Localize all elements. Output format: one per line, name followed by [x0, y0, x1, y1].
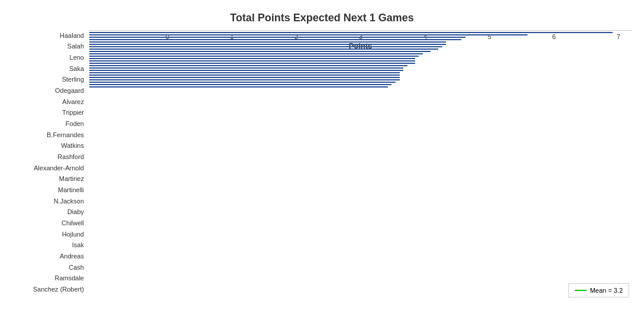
- y-label: Leno: [12, 54, 84, 61]
- y-label: Haaland: [12, 33, 84, 39]
- y-label: Salah: [12, 43, 84, 50]
- legend: Mean = 3.2: [568, 283, 629, 297]
- y-label: Saka: [12, 66, 84, 72]
- y-label: Diaby: [12, 209, 84, 215]
- bar: [89, 65, 407, 66]
- bars-container: [89, 30, 632, 33]
- bar-row: [89, 86, 632, 88]
- y-label: Cash: [12, 264, 84, 271]
- y-label: Chilwell: [12, 220, 84, 227]
- y-label: Isak: [12, 242, 84, 248]
- y-label: Sterling: [12, 76, 84, 83]
- bar: [89, 37, 465, 38]
- y-label: Hojlund: [12, 231, 84, 238]
- bar: [89, 46, 442, 47]
- y-label: Martinelli: [12, 187, 84, 193]
- y-label: Martinez: [12, 176, 84, 182]
- y-label: B.Fernandes: [12, 132, 84, 138]
- y-label: Watkins: [12, 143, 84, 149]
- bar: [89, 41, 446, 43]
- bar: [89, 39, 461, 40]
- bar: [89, 56, 419, 57]
- bar: [89, 70, 403, 71]
- bar: [89, 34, 528, 35]
- y-label: Trippier: [12, 109, 84, 116]
- bar: [89, 86, 388, 88]
- bar: [89, 75, 400, 76]
- y-label: Rashford: [12, 154, 84, 160]
- bar: [89, 48, 438, 50]
- chart-container: Total Points Expected Next 1 Games Haala…: [0, 0, 644, 330]
- y-label: Foden: [12, 121, 84, 127]
- bar: [89, 44, 446, 45]
- bar: [89, 77, 400, 78]
- bar: [89, 79, 400, 80]
- y-label: Andreas: [12, 253, 84, 260]
- y-label: Ramsdale: [12, 275, 84, 282]
- bar: [89, 60, 415, 62]
- bar: [89, 63, 415, 64]
- y-label: Sanchez (Robert): [12, 286, 84, 293]
- y-label: N.Jackson: [12, 198, 84, 205]
- legend-label: Mean = 3.2: [590, 287, 623, 294]
- y-labels: HaalandSalahLenoSakaSterlingOdegaardAlva…: [12, 30, 89, 295]
- bar: [89, 67, 403, 69]
- plot-area: [89, 30, 632, 31]
- y-label: Alvarez: [12, 99, 84, 105]
- bar: [89, 32, 613, 33]
- bar: [89, 53, 423, 54]
- y-label: Odegaard: [12, 88, 84, 94]
- chart-area: HaalandSalahLenoSakaSterlingOdegaardAlva…: [12, 30, 632, 295]
- y-label: Alexander-Arnold: [12, 165, 84, 172]
- bar: [89, 72, 400, 73]
- bar: [89, 84, 391, 85]
- bar: [89, 58, 415, 59]
- chart-title: Total Points Expected Next 1 Games: [12, 12, 632, 24]
- legend-mean-line: [575, 290, 587, 291]
- bar: [89, 82, 396, 83]
- bar: [89, 51, 431, 52]
